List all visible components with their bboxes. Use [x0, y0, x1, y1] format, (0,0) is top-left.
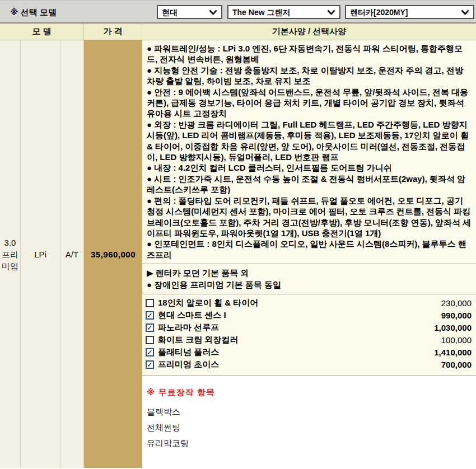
model-row: 3.0 프리미엄 LPi A/T 35,960,000 ● 파워트레인/성능 :… [0, 40, 476, 468]
free-items-title: ※ 무료장작 항목 [147, 387, 472, 398]
spec-line: ● 인포테인먼트 : 8인치 디스플레이 오디오, 일반 사운드 시스템(8스피… [147, 238, 472, 260]
option-checkbox-unchecked[interactable] [146, 299, 154, 307]
free-item: 블랙박스 [147, 404, 472, 420]
option-label: 화이트 크림 외장컬러 [158, 335, 238, 345]
select-model-label: ※ 선택 모델 [10, 7, 57, 18]
option-checkbox-unchecked[interactable] [146, 336, 154, 344]
brand-select[interactable]: 현대 [157, 5, 222, 19]
column-header-model: 모 델 [0, 24, 84, 40]
option-label: 18인치 알로이 휠 & 타이어 [158, 298, 258, 308]
spec-line: ● 내장 : 4.2인치 컬러 LCD 클러스터, 인서트필름 도어트림 가니쉬 [147, 162, 472, 173]
engine-cell: LPi [21, 40, 60, 468]
option-price: 100,000 [441, 335, 473, 345]
base-spec-section: ● 파워트레인/성능 : LPi 3.0 엔진, 6단 자동변속기, 전동식 파… [142, 40, 476, 264]
table-header: 모 델 가 격 기본사양 / 선택사양 [0, 24, 476, 40]
option-label: 파노라마 선루프 [158, 322, 219, 333]
option-label: 플래티넘 플러스 [158, 347, 219, 358]
option-row: ✓파노라마 선루프1,030,000 [146, 321, 473, 334]
option-checkbox-checked[interactable]: ✓ [146, 311, 154, 320]
model-select-bar: ※ 선택 모델 현대 The New 그랜저 렌터카[2020MY] [0, 0, 476, 24]
options-section: 18인치 알로이 휠 & 타이어230,000✓현대 스마트 센스 I990,0… [142, 294, 476, 376]
column-header-price: 가 격 [84, 24, 142, 40]
option-checkbox-checked[interactable]: ✓ [146, 348, 154, 357]
option-row: 18인치 알로이 휠 & 타이어230,000 [146, 297, 473, 309]
spec-line: ● 파워트레인/성능 : LPi 3.0 엔진, 6단 자동변속기, 전동식 파… [147, 43, 472, 65]
model-name-cell: 3.0 프리미엄 [0, 40, 21, 468]
spec-content-cell: ● 파워트레인/성능 : LPi 3.0 엔진, 6단 자동변속기, 전동식 파… [142, 40, 476, 468]
option-price: 700,000 [441, 360, 473, 369]
option-price: 990,000 [441, 311, 473, 320]
spec-line: ● 시트 : 인조가죽 시트, 운전석 수동 높이 조절 & 전동식 럼버서포트… [147, 173, 472, 195]
option-row: ✓프리미엄 초이스700,000 [146, 358, 473, 370]
model-select[interactable]: The New 그랜저 [227, 5, 340, 19]
option-row: ✓플래티넘 플러스1,410,000 [146, 346, 473, 358]
price-cell: 35,960,000 [84, 40, 142, 468]
base-items-section: ▶ 렌터카 모던 기본 품목 외● 장애인용 프리미엄 기본 품목 동일 [142, 264, 476, 294]
spec-line: ● 지능형 안전 기술 : 전방 충돌방지 보조, 차로 이탈방지 보조, 운전… [147, 65, 472, 87]
option-row: ✓현대 스마트 센스 I990,000 [146, 309, 473, 321]
option-checkbox-checked[interactable]: ✓ [146, 360, 154, 369]
spec-line: ● 편의 : 폴딩타입 도어 리모컨키, 패들 쉬프트, 듀얼 풀오토 에어컨,… [147, 195, 472, 239]
base-item-line: ● 장애인용 프리미엄 기본 품목 동일 [147, 279, 472, 290]
free-items-list: 블랙박스전체썬팅유리막코팅 [147, 404, 472, 451]
chevron-down-icon [327, 10, 335, 15]
option-row: 화이트 크림 외장컬러100,000 [146, 334, 473, 346]
trim-year-select-value: 렌터카[2020MY] [350, 8, 408, 16]
option-price: 1,030,000 [434, 323, 473, 332]
chevron-down-icon [461, 10, 469, 15]
free-item: 유리막코팅 [147, 435, 472, 451]
free-items-section: ※ 무료장작 항목 블랙박스전체썬팅유리막코팅 [142, 376, 476, 468]
trim-year-select[interactable]: 렌터카[2020MY] [345, 5, 474, 19]
option-label: 프리미엄 초이스 [158, 359, 219, 370]
option-label: 현대 스마트 센스 I [158, 310, 226, 321]
spec-line: ● 외장 : 반광 크롬 라디에이터 그릴, Full LED 헤드램프, LE… [147, 119, 472, 163]
option-price: 1,410,000 [434, 348, 473, 357]
brand-select-value: 현대 [162, 8, 178, 16]
spec-line: ● 안전 : 9 에어백 시스템(앞좌석 어드밴스드, 운전석 무릎, 앞/뒷좌… [147, 87, 472, 119]
model-select-value: The New 그랜저 [232, 8, 290, 16]
vehicle-config-page: ※ 선택 모델 현대 The New 그랜저 렌터카[2020MY] 모 델 가… [0, 0, 476, 469]
free-item: 전체썬팅 [147, 420, 472, 435]
chevron-down-icon [209, 10, 217, 15]
option-price: 230,000 [441, 298, 473, 308]
option-checkbox-checked[interactable]: ✓ [146, 323, 154, 332]
base-item-line: ▶ 렌터카 모던 기본 품목 외 [147, 267, 472, 279]
column-header-spec: 기본사양 / 선택사양 [142, 24, 476, 40]
transmission-cell: A/T [60, 40, 84, 468]
